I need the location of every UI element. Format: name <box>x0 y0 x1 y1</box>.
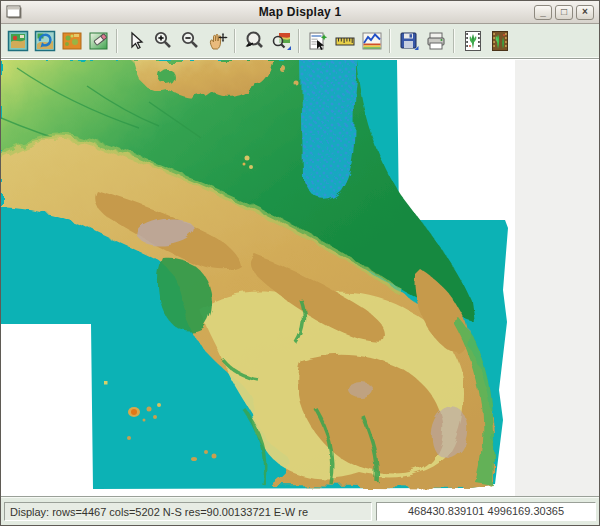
print-button[interactable] <box>422 27 449 55</box>
query-button[interactable] <box>304 27 331 55</box>
map-strip-dark-icon <box>489 30 511 52</box>
map-strip-light-icon <box>462 30 484 52</box>
fill-window-button[interactable] <box>486 27 513 55</box>
measure-ruler-icon <box>334 30 356 52</box>
map-canvas-area <box>1 59 599 496</box>
zoom-options-icon <box>270 30 292 52</box>
redraw-icon <box>34 30 56 52</box>
coordinate-readout: 468430.839101 4996169.30365 <box>376 502 596 521</box>
zoom-out-button[interactable] <box>176 27 203 55</box>
nviz-view-button[interactable] <box>58 27 85 55</box>
map-render[interactable] <box>1 60 515 496</box>
toolbar-separator <box>234 29 236 53</box>
constrain-region-button[interactable] <box>459 27 486 55</box>
eraser-icon <box>88 30 110 52</box>
save-floppy-icon <box>398 30 420 52</box>
display-map-button[interactable] <box>4 27 31 55</box>
zoom-back-button[interactable] <box>240 27 267 55</box>
minimize-button[interactable]: _ <box>534 5 552 20</box>
toolbar-separator <box>116 29 118 53</box>
map-toolbar <box>1 24 599 59</box>
save-image-button[interactable] <box>395 27 422 55</box>
measure-button[interactable] <box>331 27 358 55</box>
zoom-out-icon <box>179 30 201 52</box>
toolbar-separator <box>453 29 455 53</box>
pan-button[interactable] <box>203 27 230 55</box>
query-icon <box>307 30 329 52</box>
zoom-options-button[interactable] <box>267 27 294 55</box>
pointer-button[interactable] <box>122 27 149 55</box>
zoom-in-icon <box>152 30 174 52</box>
pointer-arrow-icon <box>125 30 147 52</box>
map-display-window: Map Display 1 _ □ × <box>0 0 600 526</box>
statusbar: Display: rows=4467 cols=5202 N-S res=90.… <box>1 496 599 525</box>
window-icon <box>6 5 23 20</box>
maximize-button[interactable]: □ <box>555 5 573 20</box>
pan-hand-icon <box>206 30 228 52</box>
profile-button[interactable] <box>358 27 385 55</box>
zoom-in-button[interactable] <box>149 27 176 55</box>
titlebar[interactable]: Map Display 1 _ □ × <box>1 1 599 24</box>
printer-icon <box>425 30 447 52</box>
close-button[interactable]: × <box>576 5 594 20</box>
profile-chart-icon <box>361 30 383 52</box>
zoom-back-icon <box>243 30 265 52</box>
toolbar-separator <box>389 29 391 53</box>
nviz-terrain-icon <box>61 30 83 52</box>
toolbar-separator <box>298 29 300 53</box>
display-map-icon <box>7 30 29 52</box>
erase-display-button[interactable] <box>85 27 112 55</box>
redraw-layers-button[interactable] <box>31 27 58 55</box>
window-title: Map Display 1 <box>1 5 599 19</box>
display-info: Display: rows=4467 cols=5202 N-S res=90.… <box>4 502 372 521</box>
